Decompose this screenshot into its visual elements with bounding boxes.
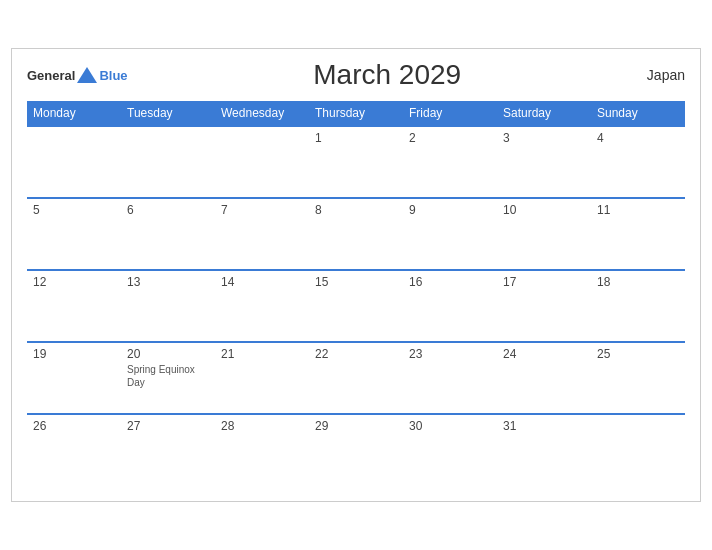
day-number: 5 xyxy=(33,203,115,217)
day-number: 22 xyxy=(315,347,397,361)
day-number: 21 xyxy=(221,347,303,361)
calendar-cell: 5 xyxy=(27,198,121,270)
day-number: 10 xyxy=(503,203,585,217)
day-number: 14 xyxy=(221,275,303,289)
weekday-header: Thursday xyxy=(309,101,403,126)
calendar-cell: 17 xyxy=(497,270,591,342)
calendar-cell: 22 xyxy=(309,342,403,414)
day-number: 13 xyxy=(127,275,209,289)
calendar-container: General Blue March 2029 Japan MondayTues… xyxy=(11,48,701,502)
holiday-name: Spring Equinox Day xyxy=(127,363,209,389)
weekday-header-row: MondayTuesdayWednesdayThursdayFridaySatu… xyxy=(27,101,685,126)
calendar-cell: 25 xyxy=(591,342,685,414)
weekday-header: Saturday xyxy=(497,101,591,126)
calendar-cell: 27 xyxy=(121,414,215,486)
logo-icon xyxy=(77,67,97,83)
logo: General Blue xyxy=(27,67,128,83)
calendar-cell: 14 xyxy=(215,270,309,342)
calendar-cell: 18 xyxy=(591,270,685,342)
day-number: 20 xyxy=(127,347,209,361)
calendar-cell: 2 xyxy=(403,126,497,198)
day-number: 6 xyxy=(127,203,209,217)
calendar-cell: 21 xyxy=(215,342,309,414)
calendar-cell: 1 xyxy=(309,126,403,198)
calendar-header: General Blue March 2029 Japan xyxy=(27,59,685,91)
country-label: Japan xyxy=(647,67,685,83)
calendar-week-row: 12131415161718 xyxy=(27,270,685,342)
weekday-header: Wednesday xyxy=(215,101,309,126)
calendar-cell: 9 xyxy=(403,198,497,270)
logo-general-text: General xyxy=(27,68,75,83)
day-number: 28 xyxy=(221,419,303,433)
calendar-cell: 29 xyxy=(309,414,403,486)
calendar-week-row: 1234 xyxy=(27,126,685,198)
calendar-cell: 24 xyxy=(497,342,591,414)
calendar-cell xyxy=(215,126,309,198)
calendar-week-row: 1920Spring Equinox Day2122232425 xyxy=(27,342,685,414)
day-number: 3 xyxy=(503,131,585,145)
day-number: 26 xyxy=(33,419,115,433)
day-number: 31 xyxy=(503,419,585,433)
calendar-cell: 8 xyxy=(309,198,403,270)
calendar-cell: 3 xyxy=(497,126,591,198)
calendar-cell: 26 xyxy=(27,414,121,486)
calendar-cell: 10 xyxy=(497,198,591,270)
calendar-cell: 15 xyxy=(309,270,403,342)
day-number: 11 xyxy=(597,203,679,217)
day-number: 9 xyxy=(409,203,491,217)
calendar-cell: 4 xyxy=(591,126,685,198)
calendar-cell: 11 xyxy=(591,198,685,270)
day-number: 17 xyxy=(503,275,585,289)
day-number: 4 xyxy=(597,131,679,145)
day-number: 15 xyxy=(315,275,397,289)
day-number: 16 xyxy=(409,275,491,289)
weekday-header: Friday xyxy=(403,101,497,126)
calendar-title: March 2029 xyxy=(128,59,647,91)
day-number: 27 xyxy=(127,419,209,433)
logo-blue-text: Blue xyxy=(99,68,127,83)
calendar-cell: 30 xyxy=(403,414,497,486)
day-number: 1 xyxy=(315,131,397,145)
calendar-cell xyxy=(27,126,121,198)
day-number: 29 xyxy=(315,419,397,433)
weekday-header: Tuesday xyxy=(121,101,215,126)
calendar-cell: 20Spring Equinox Day xyxy=(121,342,215,414)
calendar-cell: 12 xyxy=(27,270,121,342)
calendar-cell: 19 xyxy=(27,342,121,414)
calendar-cell xyxy=(591,414,685,486)
day-number: 8 xyxy=(315,203,397,217)
day-number: 30 xyxy=(409,419,491,433)
day-number: 12 xyxy=(33,275,115,289)
calendar-week-row: 567891011 xyxy=(27,198,685,270)
calendar-cell: 7 xyxy=(215,198,309,270)
calendar-cell: 16 xyxy=(403,270,497,342)
day-number: 19 xyxy=(33,347,115,361)
day-number: 7 xyxy=(221,203,303,217)
calendar-cell: 13 xyxy=(121,270,215,342)
day-number: 25 xyxy=(597,347,679,361)
calendar-grid: MondayTuesdayWednesdayThursdayFridaySatu… xyxy=(27,101,685,486)
day-number: 23 xyxy=(409,347,491,361)
calendar-week-row: 262728293031 xyxy=(27,414,685,486)
calendar-cell: 23 xyxy=(403,342,497,414)
svg-marker-0 xyxy=(77,67,97,83)
weekday-header: Sunday xyxy=(591,101,685,126)
day-number: 2 xyxy=(409,131,491,145)
calendar-cell: 31 xyxy=(497,414,591,486)
calendar-cell: 28 xyxy=(215,414,309,486)
day-number: 24 xyxy=(503,347,585,361)
calendar-cell xyxy=(121,126,215,198)
calendar-cell: 6 xyxy=(121,198,215,270)
weekday-header: Monday xyxy=(27,101,121,126)
day-number: 18 xyxy=(597,275,679,289)
